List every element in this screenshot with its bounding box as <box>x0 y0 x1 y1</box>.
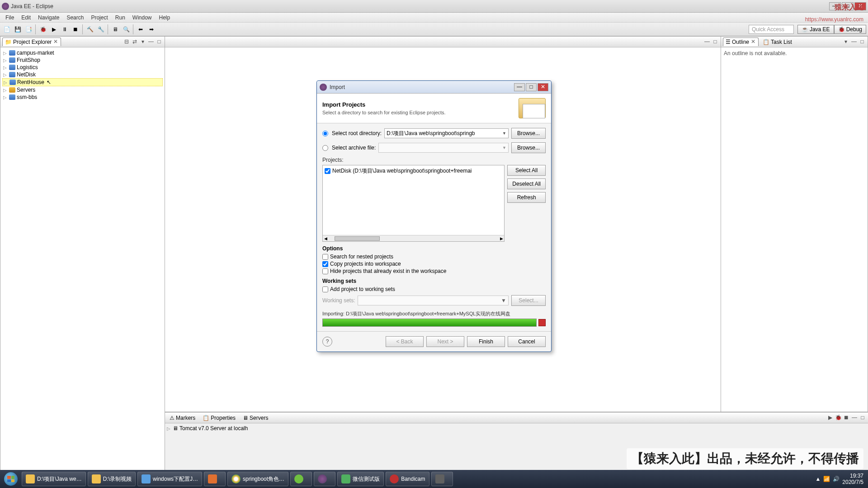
tray-volume-icon[interactable]: 🔊 <box>833 476 840 482</box>
tree-item[interactable]: ▷ssm-bbs <box>2 94 163 101</box>
taskbar-item[interactable] <box>314 472 335 486</box>
view-menu-icon[interactable]: ▾ <box>842 38 849 46</box>
close-icon[interactable]: ✕ <box>53 39 58 45</box>
projects-list[interactable]: NetDisk (D:\项目\Java web\springboot\sprin… <box>322 165 505 242</box>
deselect-all-button[interactable]: Deselect All <box>507 178 546 189</box>
tree-item[interactable]: ▷FruitShop <box>2 56 163 64</box>
view-menu-icon[interactable]: ▾ <box>139 38 146 46</box>
tray-network-icon[interactable]: 📶 <box>823 476 830 482</box>
tab-markers[interactable]: ⚠Markers <box>167 414 198 422</box>
nested-checkbox[interactable] <box>322 254 328 260</box>
quick-access-input[interactable]: Quick Access <box>749 25 794 34</box>
menu-edit[interactable]: Edit <box>18 14 34 21</box>
minimize-pane-icon[interactable]: — <box>147 38 155 46</box>
browse-root-button[interactable]: Browse... <box>511 128 546 139</box>
dialog-close-button[interactable]: ✕ <box>538 83 548 91</box>
ws-add-checkbox[interactable] <box>322 286 328 292</box>
maximize-pane-icon[interactable]: □ <box>859 38 866 46</box>
next-button[interactable]: Next > <box>426 336 464 347</box>
close-icon[interactable]: ✕ <box>750 39 756 45</box>
forward-button[interactable]: ➡ <box>146 24 156 34</box>
dialog-title-bar[interactable]: Import — □ ✕ <box>317 81 551 94</box>
taskbar-item[interactable]: 微信测试版 <box>337 472 384 486</box>
minimize-pane-icon[interactable]: — <box>851 414 858 422</box>
minimize-pane-icon[interactable]: — <box>703 38 711 46</box>
archive-radio[interactable] <box>322 145 328 151</box>
menu-help[interactable]: Help <box>156 14 174 21</box>
server-start-icon[interactable]: ▶ <box>826 414 834 422</box>
perspective-debug[interactable]: 🐞Debug <box>834 25 866 34</box>
tray-clock[interactable]: 19:37 2020/7/5 <box>842 473 863 485</box>
taskbar-item[interactable]: D:\项目\Java we… <box>22 472 86 486</box>
server-stop-icon[interactable]: ⏹ <box>843 414 850 422</box>
scroll-right-icon[interactable]: ▶ <box>499 236 504 241</box>
menu-run[interactable]: Run <box>112 14 129 21</box>
project-checkbox-item[interactable]: NetDisk (D:\项目\Java web\springboot\sprin… <box>325 167 502 175</box>
menu-search[interactable]: Search <box>63 14 87 21</box>
tasklist-tab[interactable]: 📋 Task List <box>760 38 794 46</box>
server-item[interactable]: ▷ 🖥 Tomcat v7.0 Server at localh <box>167 425 866 432</box>
menu-file[interactable]: File <box>2 14 18 21</box>
taskbar-item[interactable] <box>290 472 312 486</box>
browse-archive-button[interactable]: Browse... <box>511 142 546 153</box>
archive-combo[interactable]: ▼ <box>378 143 509 153</box>
new-server-button[interactable]: 🖥 <box>110 24 120 34</box>
menu-window[interactable]: Window <box>129 14 156 21</box>
dialog-maximize-button[interactable]: □ <box>526 83 537 91</box>
tree-item[interactable]: ▷Servers <box>2 86 163 94</box>
maximize-pane-icon[interactable]: □ <box>712 38 719 46</box>
back-button[interactable]: ⬅ <box>136 24 146 34</box>
finish-button[interactable]: Finish <box>467 336 505 347</box>
collapse-all-icon[interactable]: ⊟ <box>123 38 130 46</box>
stop-progress-button[interactable] <box>538 319 546 326</box>
tree-item-highlighted[interactable]: ▷RentHouse↖ <box>2 78 163 86</box>
menu-project[interactable]: Project <box>87 14 111 21</box>
taskbar-item[interactable]: Bandicam <box>386 472 429 486</box>
taskbar-item[interactable]: D:\录制视频 <box>88 472 136 486</box>
maximize-pane-icon[interactable]: □ <box>859 414 866 422</box>
new-button[interactable]: 📄 <box>2 24 12 34</box>
save-all-button[interactable]: 📑 <box>24 24 33 34</box>
root-radio[interactable] <box>322 131 328 136</box>
tray-up-icon[interactable]: ▲ <box>815 476 821 482</box>
tree-item[interactable]: ▷Logistics <box>2 64 163 71</box>
cancel-button[interactable]: Cancel <box>508 336 546 347</box>
run-button[interactable]: ▶ <box>49 24 59 34</box>
project-explorer-tab[interactable]: 📁 Project Explorer ✕ <box>2 38 61 46</box>
select-all-button[interactable]: Select All <box>507 165 546 176</box>
start-button[interactable] <box>2 470 20 488</box>
refresh-button[interactable]: Refresh <box>507 192 546 203</box>
perspective-javaee[interactable]: ☕Java EE <box>797 25 834 34</box>
terminate-button[interactable]: ⏹ <box>71 24 80 34</box>
taskbar-item[interactable] <box>431 472 453 486</box>
save-button[interactable]: 💾 <box>13 24 23 34</box>
build-button[interactable]: 🔨 <box>85 24 95 34</box>
stop-button[interactable]: ⏸ <box>60 24 70 34</box>
select-working-set-button[interactable]: Select... <box>511 295 546 306</box>
tree-item[interactable]: ▷campus-market <box>2 49 163 56</box>
debug-button[interactable]: 🐞 <box>38 24 48 34</box>
taskbar-item[interactable] <box>204 472 226 486</box>
dialog-minimize-button[interactable]: — <box>514 83 525 91</box>
tree-item[interactable]: ▷NetDisk <box>2 71 163 78</box>
menu-navigate[interactable]: Navigate <box>34 14 63 21</box>
hide-checkbox[interactable] <box>322 268 328 274</box>
external-tools-button[interactable]: 🔧 <box>96 24 106 34</box>
working-set-combo[interactable]: ▼ <box>358 296 509 305</box>
taskbar-item[interactable]: springboot角色… <box>227 472 288 486</box>
maximize-pane-icon[interactable]: □ <box>156 38 163 46</box>
taskbar-item[interactable]: windows下配置J… <box>137 472 202 486</box>
tab-servers[interactable]: 🖥Servers <box>240 414 271 422</box>
link-editor-icon[interactable]: ⇄ <box>131 38 138 46</box>
minimize-pane-icon[interactable]: — <box>850 38 858 46</box>
server-debug-icon[interactable]: 🐞 <box>835 414 842 422</box>
copy-checkbox[interactable] <box>322 261 328 267</box>
horizontal-scrollbar[interactable]: ◀ ▶ <box>323 235 504 241</box>
scroll-left-icon[interactable]: ◀ <box>323 236 328 241</box>
outline-tab[interactable]: ☰ Outline ✕ <box>723 38 759 46</box>
root-directory-combo[interactable]: D:\项目\Java web\springboot\springb▼ <box>384 128 509 138</box>
help-button[interactable]: ? <box>322 337 332 347</box>
tab-properties[interactable]: 📋Properties <box>200 414 238 422</box>
scroll-thumb[interactable] <box>335 236 380 241</box>
back-button[interactable]: < Back <box>386 336 424 347</box>
